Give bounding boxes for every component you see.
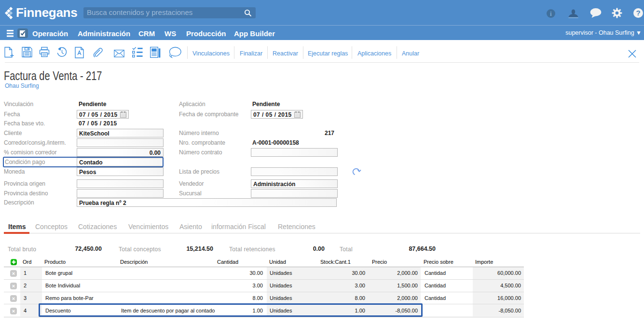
svg-text:?: ?: [636, 9, 640, 17]
svg-text:i: i: [550, 10, 552, 17]
